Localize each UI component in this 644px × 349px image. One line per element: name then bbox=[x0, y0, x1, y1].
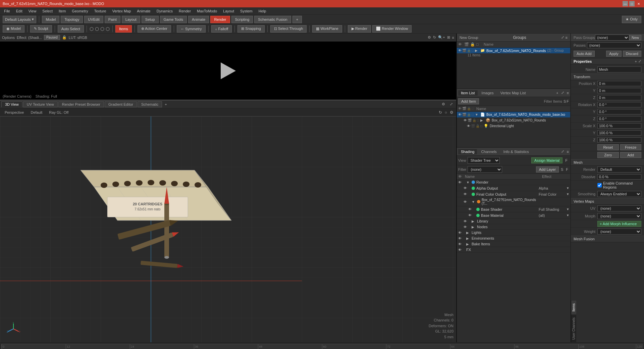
star-only-button[interactable]: ★ Only bbox=[622, 16, 641, 23]
tab-game-tools[interactable]: Game Tools bbox=[160, 16, 187, 23]
menu-select[interactable]: Select bbox=[40, 8, 55, 14]
scale-z-input[interactable] bbox=[597, 137, 641, 143]
sh-row-base-shader[interactable]: 👁 Base Shader Full Shading ▾ bbox=[457, 206, 570, 212]
sh-box-arrow[interactable]: ▼ bbox=[472, 200, 476, 204]
group-item[interactable]: 👁 🎬 🔒 □ ▶ 📁 Box_of_7.62x51mm_NATO_Rounds… bbox=[457, 48, 570, 53]
vp-zoom-icon[interactable]: ○ bbox=[445, 110, 447, 115]
3d-viewport[interactable]: Perspective Default Ray GL: Off ↻ ○ ⚙ bbox=[0, 108, 456, 342]
viewport-settings-icon[interactable]: ⚙ bbox=[440, 101, 447, 107]
sh-render-arrow[interactable]: ▼ bbox=[466, 181, 470, 184]
morph-dropdown[interactable]: (none) bbox=[597, 213, 641, 219]
filter-icon-1[interactable]: S bbox=[564, 99, 566, 103]
weight-dropdown[interactable]: (none) bbox=[597, 229, 641, 235]
sculpt-button[interactable]: ✎ Sculpt bbox=[30, 25, 52, 33]
groups-expand-icon[interactable]: ⤢ bbox=[561, 35, 564, 40]
tab-uvedit[interactable]: UVEdit bbox=[84, 16, 103, 23]
menu-system[interactable]: System bbox=[237, 8, 255, 14]
tab-shading[interactable]: Shading bbox=[458, 149, 477, 154]
add-morph-influence-button[interactable]: + Add Morph Influence bbox=[597, 221, 641, 227]
menu-vertex-map[interactable]: Vertex Map bbox=[110, 8, 134, 14]
vp-raygl-btn[interactable]: Ray GL: Off bbox=[47, 110, 70, 115]
scale-y-input[interactable] bbox=[597, 130, 641, 136]
tab-model[interactable]: Model bbox=[42, 16, 59, 23]
items-more-icon[interactable]: ≡ bbox=[567, 91, 569, 95]
add-layer-f[interactable]: F bbox=[565, 167, 569, 171]
minimize-button[interactable]: — bbox=[623, 1, 628, 6]
play-button[interactable] bbox=[221, 62, 236, 79]
sh-row-fx[interactable]: 👁 FX bbox=[457, 247, 570, 253]
menu-layout[interactable]: Layout bbox=[220, 8, 237, 14]
sh-row-nodes[interactable]: 👁 ▶ Nodes bbox=[457, 224, 570, 230]
render-icon-more[interactable]: ≡ bbox=[452, 36, 454, 40]
layout-dropdown[interactable]: Default Layouts ▾ bbox=[3, 16, 36, 23]
add-item-button[interactable]: Add Item bbox=[458, 98, 479, 104]
add-tab-button[interactable]: + bbox=[292, 16, 302, 23]
render-icon-refresh[interactable]: ↻ bbox=[433, 35, 436, 40]
assign-f-btn[interactable]: F bbox=[564, 158, 569, 162]
tab-render-preset-browser[interactable]: Render Preset Browser bbox=[58, 101, 104, 107]
freeze-button[interactable]: Freeze bbox=[620, 144, 642, 150]
item2-arrow[interactable]: ▶ bbox=[480, 118, 484, 122]
menu-texture[interactable]: Texture bbox=[92, 8, 109, 14]
tab-paint[interactable]: Paint bbox=[105, 16, 120, 23]
sh-row-lights[interactable]: 👁 ▶ Lights bbox=[457, 230, 570, 236]
falloff-button[interactable]: ⬦ Falloff bbox=[211, 25, 232, 33]
smoothing-dropdown[interactable]: Always Enabled bbox=[597, 191, 641, 197]
symmetry-button[interactable]: ↔ Symmetry bbox=[177, 25, 206, 33]
sh-lights-arrow[interactable]: ▶ bbox=[466, 231, 470, 235]
items-panel-expand[interactable]: ⤢ bbox=[561, 91, 564, 95]
auto-add-button[interactable]: Auto Add bbox=[574, 51, 595, 57]
filter-dropdown[interactable]: (none) bbox=[468, 166, 502, 173]
sh-row-render[interactable]: 👁 ▼ Render bbox=[457, 180, 570, 185]
mesh-section[interactable]: Mesh bbox=[571, 159, 644, 166]
menu-geometry[interactable]: Geometry bbox=[69, 8, 91, 14]
sh-row-base-material[interactable]: 👁 Base Material (all) ▾ bbox=[457, 212, 570, 218]
new-group-btn[interactable]: New Group bbox=[460, 36, 478, 40]
render-icon-zoom-in[interactable]: 🔍+ bbox=[438, 35, 445, 40]
tab-3d-view[interactable]: 3D View bbox=[1, 101, 22, 107]
vp-rotate-icon[interactable]: ↻ bbox=[439, 110, 442, 115]
position-z-input[interactable] bbox=[597, 95, 641, 100]
item-row[interactable]: 👁 🎬 🔒 □ ▼ 📄 Box_of_7.62x51mm_NATO_Rounds… bbox=[457, 112, 570, 117]
tab-info-statistics[interactable]: Info & Statistics bbox=[501, 149, 532, 154]
tab-topology[interactable]: Topology bbox=[61, 16, 83, 23]
tab-vertex-map-list[interactable]: Vertex Map List bbox=[498, 90, 529, 96]
tab-gradient-editor[interactable]: Gradient Editor bbox=[105, 101, 137, 107]
items-button[interactable]: Items bbox=[115, 25, 132, 33]
discard-button[interactable]: Discard bbox=[623, 51, 641, 57]
tab-animate[interactable]: Animate bbox=[188, 16, 209, 23]
add-layer-s[interactable]: S bbox=[560, 167, 564, 171]
name-input[interactable] bbox=[597, 66, 641, 72]
props-expand-icon[interactable]: ⤢ bbox=[638, 59, 641, 63]
vp-camera-btn[interactable]: Default bbox=[29, 110, 44, 115]
select-through-button[interactable]: ⊡ Select Through bbox=[270, 25, 307, 33]
tab-setup[interactable]: Setup bbox=[142, 16, 159, 23]
apply-button[interactable]: Apply bbox=[606, 51, 622, 57]
passes-select[interactable]: (none) bbox=[587, 42, 641, 48]
sh-row-bake-items[interactable]: 👁 ▶ Bake Items bbox=[457, 241, 570, 247]
new-pass-group-button[interactable]: New bbox=[629, 35, 641, 40]
shading-expand-icon[interactable]: ⤢ bbox=[561, 149, 564, 154]
auto-select-button[interactable]: Auto Select bbox=[58, 25, 84, 33]
assign-material-button[interactable]: Assign Material bbox=[531, 157, 562, 163]
uv-dropdown[interactable]: (none) bbox=[597, 205, 641, 211]
dissolve-input[interactable] bbox=[597, 174, 641, 180]
maximize-button[interactable]: □ bbox=[629, 1, 635, 6]
paused-button[interactable]: Paused bbox=[44, 35, 60, 40]
sh-row-box[interactable]: 👁 ▼ Box_of_7.62?51mm_NATO_Rounds (T... bbox=[457, 197, 570, 206]
menu-help[interactable]: Help bbox=[256, 8, 269, 14]
sh-nodes-arrow[interactable]: ▶ bbox=[472, 225, 476, 229]
reset-button[interactable]: Reset bbox=[597, 144, 619, 150]
menu-animate[interactable]: Animate bbox=[134, 8, 153, 14]
vtab-items[interactable]: Items bbox=[571, 300, 576, 314]
shading-more-icon[interactable]: ≡ bbox=[567, 150, 569, 154]
tab-render[interactable]: Render bbox=[210, 16, 230, 23]
vertex-maps-section[interactable]: Vertex Maps bbox=[571, 198, 644, 205]
sh-bake-arrow[interactable]: ▶ bbox=[466, 242, 470, 246]
menu-view[interactable]: View bbox=[26, 8, 39, 14]
render-icon-zoom-fit[interactable]: ⊞ bbox=[447, 35, 450, 40]
menu-edit[interactable]: Edit bbox=[13, 8, 25, 14]
menu-item[interactable]: Item bbox=[56, 8, 68, 14]
props-add-icon[interactable]: + bbox=[635, 59, 637, 63]
zero-button[interactable]: Zero bbox=[597, 152, 619, 158]
